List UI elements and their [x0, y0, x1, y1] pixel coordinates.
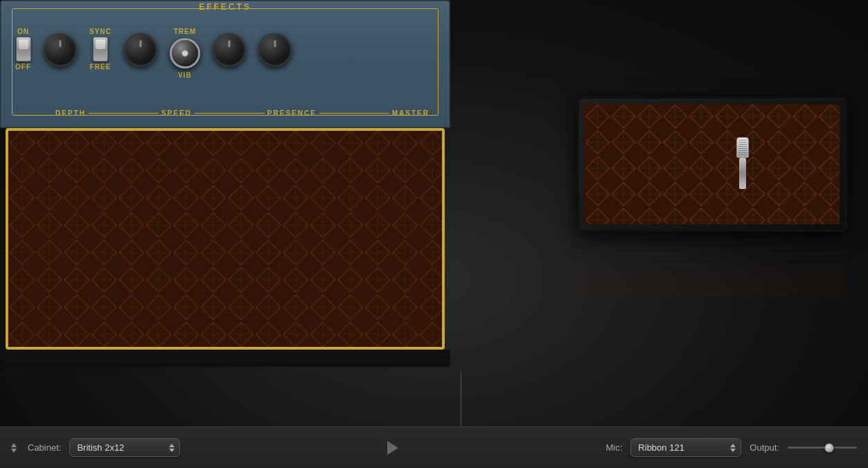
mic-body	[739, 158, 746, 189]
mic-select-wrapper: Ribbon 121 Condenser 87 Dynamic 57 Conde…	[630, 438, 741, 457]
amp-cabinet-bottom	[0, 350, 450, 367]
side-cabinet-area	[480, 42, 868, 329]
on-off-toggle[interactable]	[16, 37, 31, 62]
vertical-divider-line	[461, 371, 461, 426]
svg-rect-11	[585, 105, 840, 224]
presence-knob-group	[213, 33, 246, 66]
master-knob[interactable]	[258, 33, 292, 66]
small-cabinet	[577, 97, 847, 232]
depth-knob[interactable]	[44, 33, 77, 66]
amp-panel: EFFECTS ON OFF SYNC FREE TREM VIB	[0, 0, 450, 128]
small-cabinet-grille	[585, 105, 840, 224]
speed-knob[interactable]	[124, 33, 157, 66]
bottom-toolbar: Cabinet: British 2x12 American 4x12 Gree…	[0, 426, 868, 468]
on-label: ON	[17, 28, 29, 35]
sync-toggle-group: SYNC FREE	[89, 28, 112, 71]
presence-knob[interactable]	[213, 33, 246, 66]
depth-label-text: DEPTH	[55, 109, 86, 117]
cabinet-reflection	[577, 242, 847, 298]
cabinet-select-wrapper: British 2x12 American 4x12 Green 2x12 Vi…	[69, 438, 180, 457]
master-label-text: MASTER	[392, 109, 429, 117]
cabinet-select[interactable]: British 2x12 American 4x12 Green 2x12 Vi…	[69, 438, 180, 457]
master-knob-group	[258, 33, 292, 66]
sync-toggle[interactable]	[93, 37, 108, 62]
cabinet-label: Cabinet:	[28, 442, 61, 453]
effects-label: EFFECTS	[193, 2, 257, 12]
output-label: Output:	[750, 442, 779, 453]
bottom-labels-row: DEPTH SPEED PRESENCE MASTER	[15, 109, 435, 117]
vib-label: VIB	[178, 71, 192, 79]
svg-rect-5	[8, 131, 442, 347]
output-slider-section	[788, 447, 857, 449]
off-label: OFF	[15, 63, 31, 71]
grille-pattern-svg	[8, 131, 442, 347]
play-icon	[387, 441, 398, 455]
amp-controls: ON OFF SYNC FREE TREM VIB	[15, 15, 292, 79]
cabinet-stepper[interactable]	[11, 443, 17, 453]
mic-label: Mic:	[606, 442, 623, 453]
speed-label-text: SPEED	[161, 109, 192, 117]
cabinet-arrow-up[interactable]	[11, 443, 17, 447]
speaker-grille	[6, 128, 445, 350]
free-label: FREE	[90, 63, 112, 71]
small-grille-pattern-svg	[585, 105, 840, 224]
output-slider-track[interactable]	[788, 447, 857, 449]
sync-label: SYNC	[89, 28, 112, 35]
trem-knob-group: TREM VIB	[170, 28, 200, 79]
play-button[interactable]	[383, 438, 402, 458]
microphone	[735, 137, 750, 192]
speed-knob-group	[124, 33, 157, 66]
depth-knob-group	[44, 33, 77, 66]
cabinet-arrow-down[interactable]	[11, 449, 17, 453]
trem-label: TREM	[174, 28, 196, 35]
on-off-toggle-group: ON OFF	[15, 28, 31, 71]
mic-select[interactable]: Ribbon 121 Condenser 87 Dynamic 57 Conde…	[630, 438, 741, 457]
trem-vib-knob[interactable]	[170, 38, 200, 69]
output-slider-thumb[interactable]	[824, 443, 834, 453]
presence-label-text: PRESENCE	[267, 109, 317, 117]
mic-head	[736, 137, 749, 158]
